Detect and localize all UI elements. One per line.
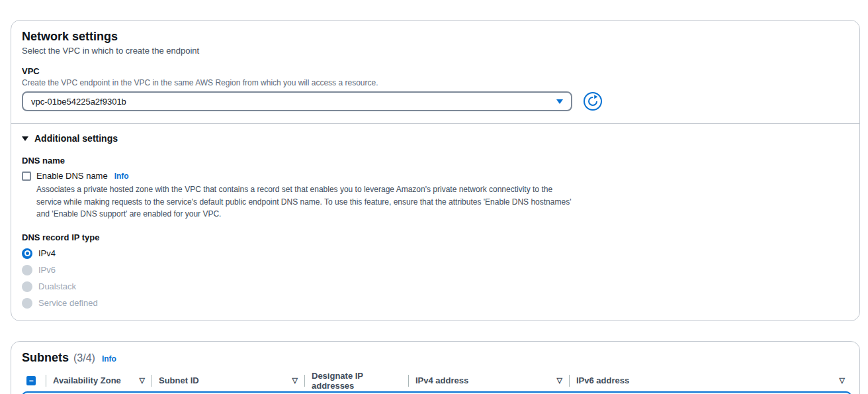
refresh-button[interactable]	[583, 91, 603, 111]
panel-subtitle: Select the VPC in which to create the en…	[22, 46, 849, 56]
enable-dns-name-label: Enable DNS name	[36, 171, 108, 181]
select-all-checkbox[interactable]: −	[26, 376, 36, 385]
radio-label-ipv6: IPv6	[38, 265, 56, 275]
subnets-panel: Subnets (3/4) Info − Availability Zone ▽…	[11, 341, 860, 394]
triangle-down-icon	[22, 136, 28, 141]
column-subnet-id: Subnet ID	[159, 375, 199, 385]
vpc-label: VPC	[22, 66, 849, 76]
table-header: − Availability Zone ▽ Subnet ID ▽ Design…	[22, 370, 851, 391]
enable-dns-name-checkbox[interactable]	[22, 172, 31, 181]
radio-disabled-icon	[22, 298, 32, 309]
radio-label-dualstack: Dualstack	[38, 281, 76, 291]
sort-icon[interactable]: ▽	[840, 376, 845, 385]
subnets-count: (3/4)	[73, 352, 95, 364]
column-designate-ip: Designate IP addresses	[312, 371, 402, 391]
sort-icon[interactable]: ▽	[292, 376, 298, 385]
radio-disabled-icon	[22, 281, 32, 292]
vpc-description: Create the VPC endpoint in the VPC in th…	[22, 78, 849, 87]
dns-record-ip-type-label: DNS record IP type	[22, 232, 849, 242]
subnets-table-body: ✓ us-west-2a (usw2-az2) subnet-0ae48b302…	[22, 391, 851, 394]
radio-label-service-defined: Service defined	[38, 298, 98, 308]
dns-name-description: Associates a private hosted zone with th…	[36, 183, 574, 221]
sort-icon[interactable]: ▽	[140, 376, 145, 385]
radio-option-dualstack: Dualstack	[22, 281, 849, 292]
subnets-title: Subnets	[22, 351, 69, 365]
additional-settings-toggle[interactable]: Additional settings	[22, 133, 849, 144]
chevron-down-icon	[556, 99, 563, 104]
network-settings-panel: Network settings Select the VPC in which…	[11, 20, 860, 321]
column-ipv6-address: IPv6 address	[576, 375, 629, 385]
dns-name-info-link[interactable]: Info	[114, 172, 129, 181]
dns-name-label: DNS name	[22, 156, 849, 166]
vpc-select[interactable]: vpc-01be54225a2f9301b	[22, 91, 572, 111]
vpc-select-value: vpc-01be54225a2f9301b	[31, 97, 126, 107]
sort-icon[interactable]: ▽	[557, 376, 562, 385]
column-ipv4-address: IPv4 address	[415, 375, 468, 385]
radio-selected-icon[interactable]	[22, 248, 32, 259]
radio-option-ipv4[interactable]: IPv4	[22, 248, 849, 259]
additional-settings-title: Additional settings	[34, 133, 118, 144]
page-title: Network settings	[22, 30, 849, 44]
radio-option-ipv6: IPv6	[22, 265, 849, 275]
radio-label-ipv4: IPv4	[38, 248, 56, 258]
subnets-info-link[interactable]: Info	[102, 354, 116, 364]
radio-option-service-defined: Service defined	[22, 298, 849, 309]
refresh-icon	[583, 103, 603, 113]
radio-disabled-icon	[22, 265, 32, 275]
column-availability-zone: Availability Zone	[53, 375, 121, 385]
